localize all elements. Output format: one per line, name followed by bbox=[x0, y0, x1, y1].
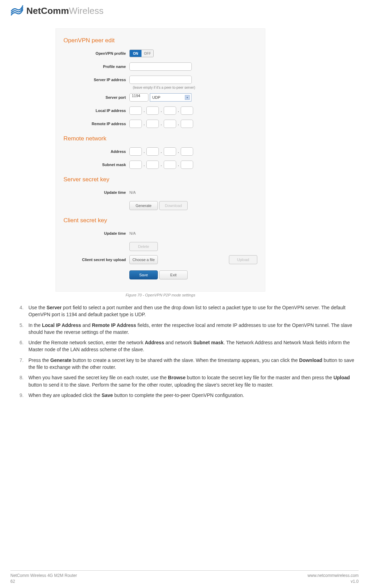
row-openvpn-profile: OpenVPN profile ON OFF bbox=[63, 49, 257, 58]
label-openvpn-profile: OpenVPN profile bbox=[63, 51, 129, 55]
brand-bold: NetComm bbox=[26, 6, 69, 16]
label-net-mask: Subnet mask bbox=[63, 163, 129, 167]
label-cli-upload: Client secret key upload bbox=[63, 258, 129, 262]
row-remote-ip: Remote IP address . . . bbox=[63, 119, 257, 128]
section-title-server-secret: Server secret key bbox=[63, 176, 257, 183]
step-8: 8. When you have saved the secret key fi… bbox=[15, 374, 354, 388]
input-remote-ip-3[interactable] bbox=[164, 120, 176, 128]
download-button[interactable]: Download bbox=[159, 201, 188, 210]
row-cli-update-time: Update time N/A bbox=[63, 229, 257, 238]
page-footer: NetComm Wireless 4G M2M Router 62 www.ne… bbox=[10, 570, 359, 585]
label-cli-update-time: Update time bbox=[63, 231, 129, 235]
input-server-port[interactable]: 1194 bbox=[129, 93, 148, 102]
input-net-mask-4[interactable] bbox=[181, 161, 193, 169]
step-4: 4. Use the Server port field to select a… bbox=[15, 304, 354, 318]
step-7: 7. Press the Generate button to create a… bbox=[15, 357, 354, 371]
input-net-mask-2[interactable] bbox=[146, 161, 159, 169]
step-9: 9. When they are uploaded click the Save… bbox=[15, 392, 354, 399]
input-local-ip-2[interactable] bbox=[146, 106, 159, 115]
label-net-address: Address bbox=[63, 149, 129, 154]
input-profile-name[interactable] bbox=[129, 62, 192, 71]
exit-button[interactable]: Exit bbox=[159, 270, 188, 279]
input-remote-ip-2[interactable] bbox=[146, 120, 159, 128]
input-net-addr-2[interactable] bbox=[146, 147, 159, 156]
label-server-ip: Server IP address bbox=[63, 78, 129, 82]
input-net-addr-4[interactable] bbox=[181, 147, 193, 156]
generate-button[interactable]: Generate bbox=[129, 201, 158, 210]
toggle-on: ON bbox=[130, 50, 141, 57]
row-srv-actions: Generate Download bbox=[63, 201, 257, 210]
row-local-ip: Local IP address . . . bbox=[63, 106, 257, 115]
hint-server-ip: (leave empty if it's a peer-to-peer serv… bbox=[133, 86, 257, 89]
toggle-openvpn-profile[interactable]: ON OFF bbox=[129, 50, 154, 57]
brand-light: Wireless bbox=[69, 6, 104, 16]
input-net-addr-1[interactable] bbox=[129, 147, 142, 156]
figure-caption: Figure 70 - OpenVPN P2P mode settings bbox=[55, 293, 265, 297]
upload-button[interactable]: Upload bbox=[229, 255, 257, 264]
brand-header: NetCommWireless bbox=[10, 3, 359, 18]
row-profile-name: Profile name bbox=[63, 62, 257, 71]
save-button[interactable]: Save bbox=[129, 270, 158, 279]
brand-text: NetCommWireless bbox=[26, 6, 103, 16]
chevron-down-icon: ▾ bbox=[185, 95, 190, 100]
footer-product: NetComm Wireless 4G M2M Router bbox=[10, 573, 77, 579]
input-remote-ip-4[interactable] bbox=[181, 120, 193, 128]
brand-wave-icon bbox=[10, 3, 24, 18]
input-server-ip[interactable] bbox=[129, 76, 192, 84]
settings-panel: OpenVPN peer edit OpenVPN profile ON OFF… bbox=[55, 28, 265, 292]
row-save-exit: Save Exit bbox=[63, 270, 257, 279]
footer-page-number: 62 bbox=[10, 579, 77, 585]
label-local-ip: Local IP address bbox=[63, 109, 129, 113]
label-remote-ip: Remote IP address bbox=[63, 122, 129, 126]
row-net-mask: Subnet mask . . . bbox=[63, 160, 257, 169]
select-protocol-value: UDP bbox=[152, 95, 160, 100]
row-cli-upload: Client secret key upload Choose a file U… bbox=[63, 255, 257, 264]
figure-wrapper: OpenVPN peer edit OpenVPN profile ON OFF… bbox=[55, 28, 359, 297]
section-title-remote-network: Remote network bbox=[63, 135, 257, 142]
section-title-client-secret: Client secret key bbox=[63, 217, 257, 224]
step-6: 6. Under the Remote network section, ent… bbox=[15, 339, 354, 353]
input-local-ip-4[interactable] bbox=[181, 106, 193, 115]
delete-button[interactable]: Delete bbox=[129, 242, 158, 251]
select-protocol[interactable]: UDP ▾ bbox=[150, 93, 191, 102]
value-cli-update-time: N/A bbox=[129, 231, 136, 235]
toggle-off: OFF bbox=[141, 50, 153, 57]
row-server-port: Server port 1194 UDP ▾ bbox=[63, 93, 257, 102]
label-srv-update-time: Update time bbox=[63, 190, 129, 194]
label-server-port: Server port bbox=[63, 95, 129, 100]
footer-version: v1.0 bbox=[308, 579, 359, 585]
input-net-mask-1[interactable] bbox=[129, 161, 142, 169]
choose-file-button[interactable]: Choose a file bbox=[129, 255, 158, 264]
input-remote-ip-1[interactable] bbox=[129, 120, 142, 128]
input-net-addr-3[interactable] bbox=[164, 147, 176, 156]
section-title-openvpn: OpenVPN peer edit bbox=[63, 37, 257, 44]
input-local-ip-1[interactable] bbox=[129, 106, 142, 115]
label-profile-name: Profile name bbox=[63, 64, 129, 69]
step-5: 5. In the Local IP Address and Remote IP… bbox=[15, 322, 354, 336]
value-srv-update-time: N/A bbox=[129, 190, 136, 194]
input-local-ip-3[interactable] bbox=[164, 106, 176, 115]
row-net-address: Address . . . bbox=[63, 147, 257, 156]
input-net-mask-3[interactable] bbox=[164, 161, 176, 169]
instruction-list: 4. Use the Server port field to select a… bbox=[15, 304, 354, 399]
row-server-ip: Server IP address bbox=[63, 75, 257, 84]
footer-url: www.netcommwireless.com bbox=[308, 573, 359, 579]
row-srv-update-time: Update time N/A bbox=[63, 188, 257, 197]
row-cli-delete: Delete bbox=[63, 242, 257, 251]
